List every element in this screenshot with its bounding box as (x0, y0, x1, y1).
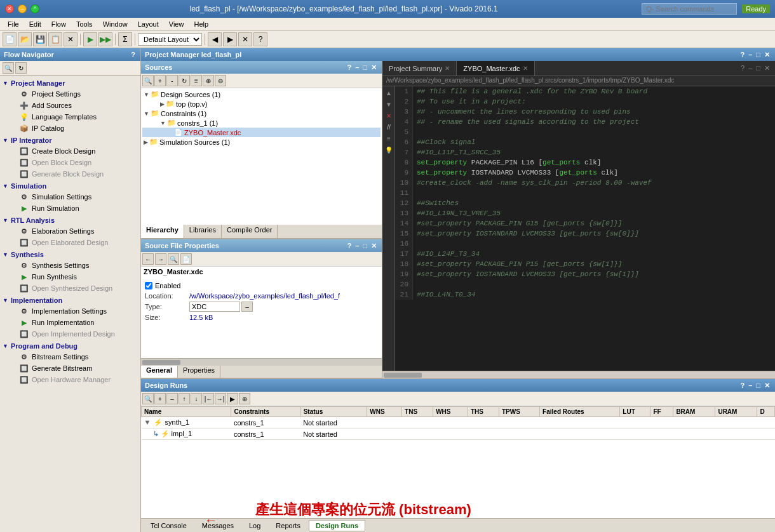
tb-sigma-btn[interactable]: Σ (118, 32, 132, 46)
dr-minimize[interactable]: – (747, 382, 753, 390)
editor-scrollbar[interactable] (382, 371, 775, 378)
fn-reload-btn[interactable]: ↻ (15, 62, 27, 74)
nav-item-simulation-settings[interactable]: ⚙ Simulation Settings (6, 191, 140, 203)
dr-last-btn[interactable]: →| (215, 393, 226, 404)
sfp-type-btn[interactable]: – (241, 302, 253, 312)
tb-run2-btn[interactable]: ▶▶ (98, 32, 112, 46)
panel-minimize[interactable]: – (747, 51, 753, 59)
tree-zybo-master[interactable]: 📄 ZYBO_Master.xdc (142, 128, 381, 137)
sources-maximize[interactable]: □ (361, 63, 368, 72)
menu-flow[interactable]: Flow (46, 20, 71, 29)
fn-search-btn[interactable]: 🔍 (3, 62, 14, 74)
sfp-source-btn[interactable]: 📄 (180, 253, 192, 265)
editor-minimize[interactable]: – (747, 64, 753, 72)
menu-file[interactable]: File (3, 20, 24, 29)
tb-help-btn[interactable]: ? (253, 32, 267, 46)
nav-section-synthesis-header[interactable]: ▼ Synthesis (0, 249, 140, 260)
nav-item-create-block-design[interactable]: 🔲 Create Block Design (6, 145, 140, 157)
dr-up-btn[interactable]: ↑ (179, 393, 190, 404)
project-panel-controls[interactable]: ? – □ ✕ (739, 51, 771, 59)
sources-minimize[interactable]: – (354, 63, 360, 72)
tb-new-btn[interactable]: 📄 (3, 32, 17, 46)
bottom-tab-log[interactable]: Log (242, 520, 267, 531)
dr-search-btn[interactable]: 🔍 (142, 393, 154, 404)
dr-first-btn[interactable]: |← (203, 393, 214, 404)
editor-tab-project-summary[interactable]: Project Summary ✕ (382, 61, 457, 76)
nav-item-run-impl[interactable]: ▶ Run Implementation (6, 317, 140, 328)
sfp-search-btn[interactable]: 🔍 (168, 253, 179, 265)
nav-item-impl-settings[interactable]: ⚙ Implementation Settings (6, 305, 140, 317)
tree-constraints[interactable]: ▼ 📁 Constraints (1) (142, 109, 381, 118)
dr-down-btn[interactable]: ↓ (191, 393, 202, 404)
nav-item-add-sources[interactable]: ➕ Add Sources (6, 100, 140, 111)
window-controls[interactable]: ✕ – ^ (5, 4, 39, 13)
tb-open-btn[interactable]: 📂 (18, 32, 32, 46)
dr-question[interactable]: ? (739, 382, 746, 390)
bottom-tab-messages[interactable]: Messages (195, 520, 241, 531)
flow-nav-controls[interactable]: ? (130, 51, 137, 58)
src-tab-hierarchy[interactable]: Hierarchy (141, 225, 184, 238)
sfp-fwd-btn[interactable]: → (155, 253, 166, 265)
src-add-btn[interactable]: + (154, 75, 166, 86)
tb-fwd-btn[interactable]: ▶ (223, 32, 237, 46)
dr-run-btn[interactable]: ▶ (227, 393, 238, 404)
dr-close[interactable]: ✕ (763, 382, 771, 390)
editor-maximize[interactable]: □ (755, 64, 762, 72)
dr-controls[interactable]: ? – □ ✕ (739, 382, 771, 390)
nav-item-synthesis-settings[interactable]: ⚙ Synthesis Settings (6, 260, 140, 271)
tree-sim-sources[interactable]: ▶ 📁 Simulation Sources (1) (142, 137, 381, 147)
tree-top-v[interactable]: ▶ 📁 top (top.v) (142, 99, 381, 109)
panel-close[interactable]: ✕ (763, 51, 771, 59)
sfp-tab-properties[interactable]: Properties (178, 366, 220, 378)
src-search-btn[interactable]: 🔍 (142, 75, 154, 86)
sources-question[interactable]: ? (346, 63, 353, 72)
nav-item-generate-bitstream[interactable]: 🔲 Generate Bitstream (6, 362, 140, 374)
ed-x-icon[interactable]: ✕ (384, 110, 394, 121)
menu-window[interactable]: Window (98, 20, 133, 29)
nav-section-impl-header[interactable]: ▼ Implementation (0, 295, 140, 305)
nav-section-simulation-header[interactable]: ▼ Simulation (0, 181, 140, 191)
menu-tools[interactable]: Tools (71, 20, 98, 29)
maximize-button[interactable]: ^ (30, 4, 39, 13)
sfp-back-btn[interactable]: ← (142, 253, 154, 265)
ed-arrow-up[interactable]: ▲ (384, 88, 394, 98)
nav-item-language-templates[interactable]: 💡 Language Templates (6, 111, 140, 123)
nav-section-rtl-header[interactable]: ▼ RTL Analysis (0, 215, 140, 225)
ed-arrow-down[interactable]: ▼ (384, 99, 394, 109)
dr-plus2-btn[interactable]: ⊕ (239, 393, 250, 404)
nav-section-project-manager-header[interactable]: ▼ Project Manager (0, 78, 140, 88)
editor-close[interactable]: ✕ (763, 64, 771, 72)
nav-section-prog-debug-header[interactable]: ▼ Program and Debug (0, 341, 140, 351)
sfp-close[interactable]: ✕ (370, 242, 378, 250)
tb-close-btn[interactable]: ✕ (64, 32, 78, 46)
sources-controls[interactable]: ? – □ ✕ (346, 63, 378, 72)
flow-nav-question[interactable]: ? (130, 51, 137, 58)
zybo-master-tab-close[interactable]: ✕ (523, 65, 528, 72)
src-remove-btn[interactable]: - (166, 75, 178, 86)
src-expand-btn[interactable]: ⊕ (203, 75, 214, 86)
menu-view[interactable]: View (164, 20, 189, 29)
tb-stop-btn[interactable]: ✕ (238, 32, 252, 46)
ed-slash-icon[interactable]: // (384, 122, 394, 132)
tb-back-btn[interactable]: ◀ (208, 32, 222, 46)
minimize-button[interactable]: – (18, 4, 27, 13)
table-row[interactable]: ▼ ⚡ synth_1 constrs_1 Not started (142, 417, 775, 429)
sfp-scrollbar[interactable] (141, 358, 382, 366)
nav-item-ip-catalog[interactable]: 📦 IP Catalog (6, 123, 140, 134)
nav-section-ip-integrator-header[interactable]: ▼ IP Integrator (0, 135, 140, 145)
src-hierarchy-btn[interactable]: ≡ (191, 75, 202, 86)
tb-saveas-btn[interactable]: 📋 (48, 32, 62, 46)
src-tab-libraries[interactable]: Libraries (184, 225, 222, 238)
dr-maximize[interactable]: □ (755, 382, 762, 390)
layout-dropdown[interactable]: Default Layout (138, 33, 202, 46)
sfp-maximize[interactable]: □ (361, 242, 368, 250)
editor-question[interactable]: ? (739, 64, 746, 72)
bottom-tab-design-runs[interactable]: Design Runs (309, 520, 365, 531)
editor-tab-zybo-master[interactable]: ZYBO_Master.xdc ✕ (457, 61, 534, 76)
sfp-controls[interactable]: ? – □ ✕ (346, 242, 378, 250)
bottom-tab-reports[interactable]: Reports (269, 520, 307, 531)
nav-item-run-synthesis[interactable]: ▶ Run Synthesis (6, 271, 140, 283)
tree-design-sources[interactable]: ▼ 📁 Design Sources (1) (142, 90, 381, 99)
ed-equal-icon[interactable]: ≡ (384, 133, 394, 143)
sfp-question[interactable]: ? (346, 242, 353, 250)
